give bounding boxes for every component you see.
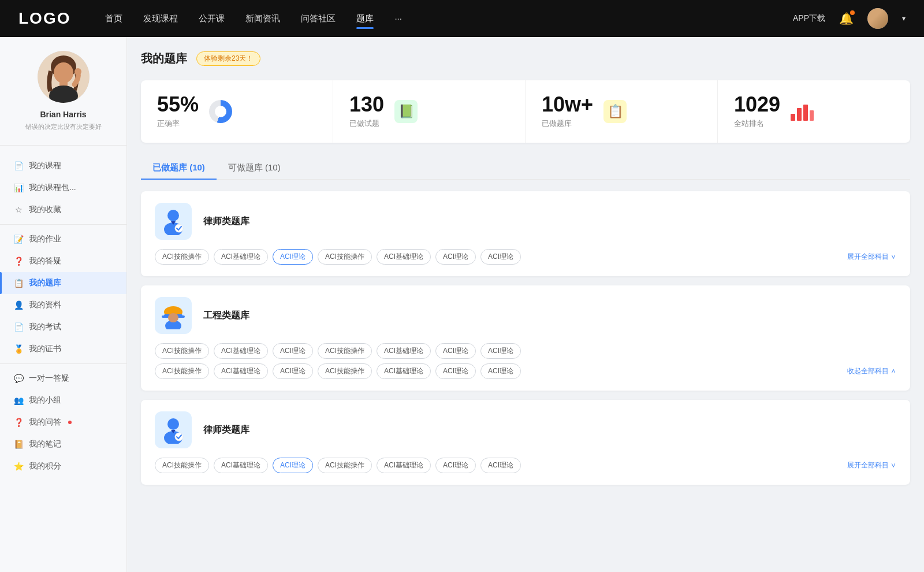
sidebar-item-favorites[interactable]: ☆ 我的收藏 [0,199,126,221]
qbank-tag[interactable]: ACI理论 [480,363,521,379]
stat-done-questions-value: 130 [349,94,384,115]
navbar-nav: 首页 发现课程 公开课 新闻资讯 问答社区 题库 ··· [105,11,793,27]
qbank-tag[interactable]: ACI理论 [273,343,313,359]
qbank-tag[interactable]: ACI技能操作 [318,363,372,379]
sidebar-label-homework: 我的作业 [29,234,61,244]
stat-accuracy-value: 55% [157,94,199,115]
qbank-collapse-btn[interactable]: 收起全部科目 ∧ [847,366,896,376]
nav-news[interactable]: 新闻资讯 [245,11,280,27]
qbank-tag[interactable]: ACI技能操作 [318,343,372,359]
sidebar: Brian Harris 错误的决定比没有决定要好 📄 我的课程 📊 我的课程包… [0,37,127,572]
tab-todo[interactable]: 可做题库 (10) [217,157,292,179]
sidebar-label-group: 我的小组 [29,395,61,406]
svg-point-18 [167,418,179,430]
sidebar-item-notes[interactable]: 📔 我的笔记 [0,433,126,455]
menu-divider-1 [0,224,126,225]
sidebar-menu: 📄 我的课程 📊 我的课程包... ☆ 我的收藏 📝 我的作业 ❓ 我的答疑 � [0,146,126,486]
qbank-tag-selected[interactable]: ACI理论 [273,458,313,473]
qbank-tag[interactable]: ACI基础理论 [214,343,268,359]
qbank-tag[interactable]: ACI技能操作 [155,363,209,379]
navbar-logo[interactable]: LOGO [18,9,70,28]
points-icon: ⭐ [14,462,23,471]
qbank-tag[interactable]: ACI基础理论 [377,458,431,473]
qbank-tag[interactable]: ACI技能操作 [318,249,372,265]
course-pkg-icon: 📊 [14,183,23,192]
sidebar-username: Brian Harris [40,110,86,119]
cert-icon: 🏅 [14,344,23,354]
qbank-tag[interactable]: ACI理论 [480,458,521,473]
profile-avatar [38,51,90,103]
group-icon: 👥 [14,396,23,405]
doubts-icon: ❓ [14,257,23,266]
qbank-tag[interactable]: ACI基础理论 [377,343,431,359]
qbank-tag[interactable]: ACI基础理论 [377,249,431,265]
app-download-link[interactable]: APP下载 [793,13,825,24]
sidebar-profile: Brian Harris 错误的决定比没有决定要好 [0,51,126,146]
svg-rect-8 [803,105,808,121]
stat-accuracy-text: 55% 正确率 [157,94,199,129]
qbank-tag[interactable]: ACI基础理论 [214,363,268,379]
sidebar-item-course-pkg[interactable]: 📊 我的课程包... [0,177,126,199]
qbank-lawyer-2-icon [155,411,192,448]
tabs: 已做题库 (10) 可做题库 (10) [141,157,910,180]
stat-done-banks: 10w+ 已做题库 📋 [526,80,718,143]
qbank-tag[interactable]: ACI理论 [480,343,521,359]
qbank-tag[interactable]: ACI技能操作 [155,458,209,473]
sidebar-item-group[interactable]: 👥 我的小组 [0,389,126,411]
qbank-tag[interactable]: ACI技能操作 [318,458,372,473]
tab-done[interactable]: 已做题库 (10) [141,157,217,179]
qbank-tag[interactable]: ACI理论 [435,249,476,265]
qbank-tag[interactable]: ACI理论 [435,363,476,379]
qbank-tag[interactable]: ACI基础理论 [214,458,268,473]
stat-accuracy-icon-wrap [208,99,233,124]
qbank-tag[interactable]: ACI基础理论 [214,249,268,265]
sidebar-item-exam[interactable]: 📄 我的考试 [0,316,126,338]
svg-rect-9 [810,110,814,121]
nav-more[interactable]: ··· [394,11,402,27]
qbank-tag[interactable]: ACI理论 [435,458,476,473]
qbank-lawyer-1-name: 律师类题库 [203,216,249,228]
nav-qbank[interactable]: 题库 [356,11,374,27]
accuracy-pie-icon [209,100,232,123]
sidebar-item-myqa[interactable]: ❓ 我的问答 [0,411,126,433]
qbank-card-lawyer-2: 律师类题库 ACI技能操作 ACI基础理论 ACI理论 ACI技能操作 ACI基… [141,400,910,485]
sidebar-item-points[interactable]: ⭐ 我的积分 [0,455,126,477]
book-icon: 📗 [394,100,418,123]
nav-discover[interactable]: 发现课程 [143,11,178,27]
avatar-image [867,8,888,29]
qbank-expand-btn[interactable]: 展开全部科目 ∨ [847,252,896,262]
user-avatar[interactable] [867,8,888,29]
homework-icon: 📝 [14,235,23,244]
qbank-tag[interactable]: ACI技能操作 [155,249,209,265]
qbank-tag[interactable]: ACI技能操作 [155,343,209,359]
avatar-svg [38,51,90,103]
user-dropdown-chevron[interactable]: ▾ [902,14,906,23]
menu-divider-2 [0,363,126,364]
nav-qa[interactable]: 问答社区 [301,11,336,27]
qbank-card-lawyer-2-header: 律师类题库 [155,411,896,448]
myqa-icon: ❓ [14,418,23,427]
qbank-tag[interactable]: ACI基础理论 [377,363,431,379]
nav-home[interactable]: 首页 [105,11,122,27]
sidebar-item-1on1[interactable]: 💬 一对一答疑 [0,367,126,389]
sidebar-item-cert[interactable]: 🏅 我的证书 [0,338,126,360]
sidebar-label-exam: 我的考试 [29,322,61,332]
nav-open-course[interactable]: 公开课 [199,11,225,27]
qbank-tag-selected[interactable]: ACI理论 [273,249,313,265]
sidebar-item-profile[interactable]: 👤 我的资料 [0,294,126,316]
sidebar-item-course[interactable]: 📄 我的课程 [0,155,126,177]
sidebar-item-homework[interactable]: 📝 我的作业 [0,228,126,250]
qbank-tag[interactable]: ACI理论 [435,343,476,359]
sidebar-item-qbank[interactable]: 📋 我的题库 [0,272,126,294]
notification-dot [850,10,855,15]
qbank-tag[interactable]: ACI理论 [480,249,521,265]
notification-bell[interactable]: 🔔 [839,12,854,25]
sidebar-item-doubts[interactable]: ❓ 我的答疑 [0,250,126,272]
course-icon: 📄 [14,161,23,170]
svg-rect-7 [797,108,802,121]
qbank-expand-btn-2[interactable]: 展开全部科目 ∨ [847,460,896,470]
stat-done-questions: 130 已做试题 📗 [333,80,526,143]
qbank-tag[interactable]: ACI理论 [273,363,313,379]
navbar-right: APP下载 🔔 ▾ [793,8,906,29]
sidebar-label-course-pkg: 我的课程包... [29,183,76,193]
